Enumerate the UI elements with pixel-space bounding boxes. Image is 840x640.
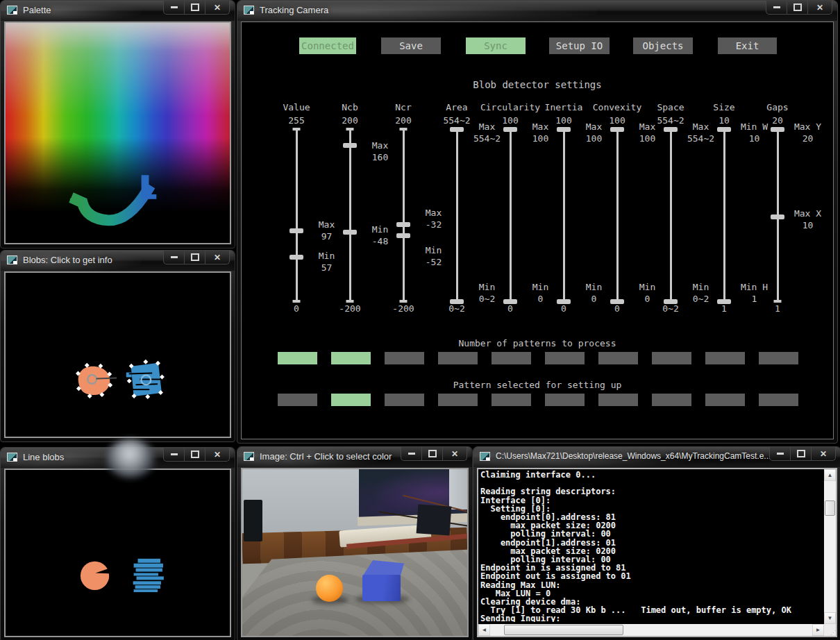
pattern-process-cell-2[interactable]	[331, 352, 371, 364]
toolbar-button-exit[interactable]: Exit	[718, 37, 777, 54]
maximize-button[interactable]	[791, 447, 812, 460]
slider-handle-max[interactable]	[664, 127, 678, 132]
pattern-select-cell-1[interactable]	[278, 394, 317, 406]
scroll-down-button[interactable]: ▼	[824, 612, 836, 624]
tracking-titlebar[interactable]: Tracking Camera	[237, 1, 837, 21]
scroll-left-button[interactable]: ◄	[478, 624, 490, 636]
close-button[interactable]: ✕	[205, 251, 229, 264]
window-title: C:\Users\Max721\Desktop\release_Windows_…	[496, 451, 771, 461]
minimize-button[interactable]	[164, 1, 185, 14]
toolbar-button-connected[interactable]: Connected	[299, 37, 356, 54]
pattern-process-cell-5[interactable]	[492, 352, 531, 364]
handle-label-text: Max X	[785, 208, 831, 219]
maximize-button[interactable]	[422, 447, 443, 460]
slider-track[interactable]: Max554~2Min0~2	[456, 129, 458, 301]
slider-handle-max-x[interactable]	[771, 214, 784, 219]
resize-grip[interactable]: ⋰	[824, 624, 836, 636]
slider-handle-min-w[interactable]	[717, 127, 731, 132]
pattern-process-cell-10[interactable]	[759, 352, 798, 364]
horizontal-scroll-thumb[interactable]	[504, 625, 623, 635]
pattern-select-cell-2[interactable]	[331, 394, 371, 406]
close-button[interactable]: ✕	[205, 1, 229, 14]
palette-selection-arc	[6, 23, 230, 243]
slider-name: Inertia	[545, 102, 583, 112]
close-button[interactable]: ✕	[808, 1, 832, 14]
toolbar-button-setup-io[interactable]: Setup IO	[549, 37, 610, 54]
slider-track[interactable]: Max100Min0	[616, 129, 619, 301]
pattern-process-cell-3[interactable]	[385, 352, 424, 364]
minimize-icon	[773, 6, 780, 8]
toolbar-button-objects[interactable]: Objects	[633, 37, 693, 54]
minimize-button[interactable]	[164, 448, 185, 461]
pattern-process-cell-6[interactable]	[545, 352, 585, 364]
close-button[interactable]: ✕	[205, 448, 229, 461]
minimize-button[interactable]	[766, 1, 787, 14]
maximize-button[interactable]	[787, 1, 808, 14]
slider-track[interactable]: Max97Min57	[296, 129, 298, 301]
pattern-select-cell-4[interactable]	[438, 394, 478, 406]
console-line: endpoint[1].address: 01	[480, 539, 821, 547]
minimize-button[interactable]	[164, 251, 185, 264]
slider-handle-max[interactable]	[557, 127, 571, 132]
maximize-button[interactable]	[185, 448, 205, 461]
minimize-button[interactable]	[770, 447, 791, 460]
minimize-icon	[171, 453, 178, 455]
slider-track[interactable]: Max-32Min-52	[403, 129, 405, 301]
slider-track[interactable]: Max554~2Min0~2	[670, 129, 672, 301]
slider-track[interactable]: Max100Min0	[510, 129, 512, 301]
slider-handle-max[interactable]	[610, 127, 624, 132]
pattern-select-cell-7[interactable]	[598, 394, 638, 406]
camera-image-canvas[interactable]	[241, 468, 469, 637]
slider-handle-max-y[interactable]	[771, 127, 784, 132]
slider-handle-min[interactable]	[289, 255, 303, 260]
slider-handle-min[interactable]	[343, 230, 357, 235]
pattern-process-cell-7[interactable]	[598, 352, 638, 364]
pattern-select-cell-5[interactable]	[492, 394, 531, 406]
pattern-select-cell-8[interactable]	[652, 394, 691, 406]
slider-track[interactable]: Max100Min0	[563, 129, 565, 301]
horizontal-scrollbar[interactable]: ◄ ►	[478, 624, 824, 636]
scroll-right-button[interactable]: ►	[812, 624, 824, 636]
pattern-select-cell-10[interactable]	[759, 394, 798, 406]
slider-handle-max[interactable]	[503, 127, 517, 132]
slider-track[interactable]: Min W10Min H1	[723, 129, 725, 301]
minimize-button[interactable]	[401, 447, 422, 460]
console-line: Sending Inquiry:	[480, 614, 821, 622]
close-button[interactable]: ✕	[443, 447, 467, 460]
slider-handle-max[interactable]	[343, 143, 357, 148]
slider-handle-min[interactable]	[396, 233, 410, 238]
slider-handle-max[interactable]	[289, 228, 303, 233]
close-icon: ✕	[451, 450, 458, 458]
handle-label-text: Min	[678, 281, 724, 293]
slider-handle-label: Max Y20	[785, 121, 831, 144]
pattern-select-cell-3[interactable]	[385, 394, 424, 406]
window-tracking-camera: Tracking Camera ✕ ConnectedSaveSyncSetup…	[237, 0, 838, 444]
minimize-icon	[171, 6, 178, 8]
maximize-button[interactable]	[185, 1, 205, 14]
vertical-scroll-thumb[interactable]	[825, 500, 835, 516]
scroll-up-button[interactable]: ▲	[824, 469, 836, 481]
pattern-process-cell-4[interactable]	[438, 352, 478, 364]
slider-handle-label: Max160	[358, 140, 403, 163]
slider-handle-max[interactable]	[396, 222, 410, 227]
pattern-process-cell-8[interactable]	[652, 352, 691, 364]
slider-track[interactable]: Max Y20Max X10	[777, 129, 779, 301]
palette-canvas[interactable]	[4, 22, 231, 244]
toolbar-button-save[interactable]: Save	[381, 37, 441, 54]
pattern-select-cell-6[interactable]	[545, 394, 585, 406]
slider-track[interactable]: Max160Min-48	[349, 129, 351, 301]
maximize-button[interactable]	[185, 251, 205, 264]
slider-handle-label: Min57	[304, 250, 350, 273]
vertical-scrollbar[interactable]: ▲ ▼	[824, 469, 836, 624]
slider-handle-max[interactable]	[450, 127, 464, 132]
blobs-canvas[interactable]	[4, 271, 231, 438]
horizontal-scroll-track[interactable]	[490, 624, 812, 636]
window-title: Palette	[23, 5, 51, 15]
close-button[interactable]: ✕	[812, 447, 835, 460]
toolbar-button-sync[interactable]: Sync	[466, 37, 526, 54]
pattern-process-cell-9[interactable]	[705, 352, 745, 364]
line-blobs-canvas[interactable]	[4, 469, 231, 637]
pattern-process-cell-1[interactable]	[278, 352, 317, 364]
maximize-icon	[191, 253, 199, 261]
pattern-select-cell-9[interactable]	[705, 394, 745, 406]
